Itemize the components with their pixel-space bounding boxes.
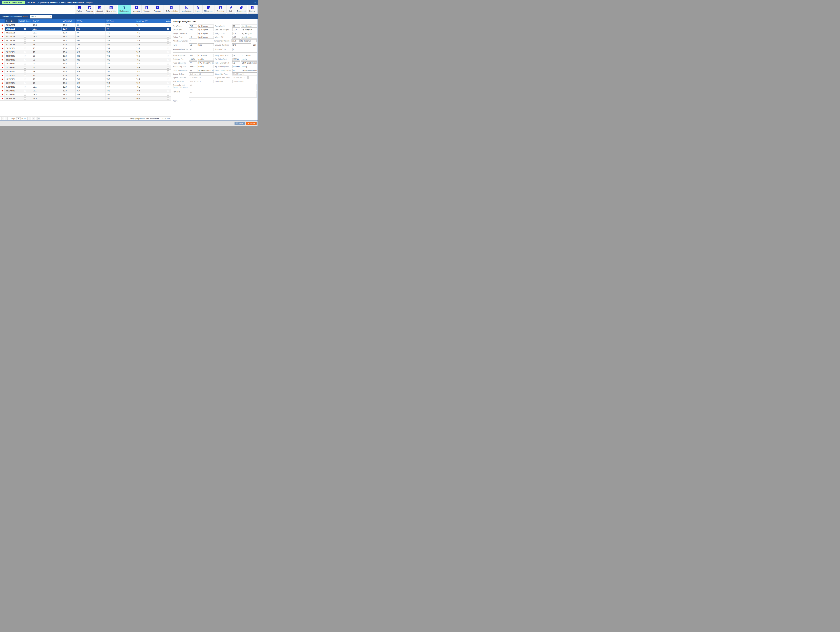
delete-row-button[interactable]: ✖ xyxy=(0,73,5,77)
active-checkbox[interactable]: ✓ xyxy=(167,67,169,68)
wchr-wt-cell[interactable]: 13.8 xyxy=(62,89,76,93)
active-cell[interactable]: ✓ xyxy=(165,66,171,70)
record-date-cell[interactable]: 06/12/2021 xyxy=(5,35,18,38)
active-cell[interactable]: ✓ xyxy=(165,89,171,93)
wt-post-cell[interactable]: 79.1 xyxy=(106,81,136,85)
tab-immu[interactable]: Immu xyxy=(193,5,202,14)
table-row[interactable]: ✖ 12/11/2021 ✓ 79 13.8 81 78.4 78.6 ✓ xyxy=(0,73,171,77)
table-row[interactable]: ✖ 19/11/2021 ✓ 79 13.8 81.2 78.6 78.8 ✓ xyxy=(0,62,171,66)
active-cell[interactable]: ✓ xyxy=(165,70,171,73)
record-date-cell[interactable]: 22/11/2021 xyxy=(5,58,18,62)
active-cell[interactable]: ✓ xyxy=(165,81,171,85)
wchr-bound-cell[interactable]: ✓ xyxy=(18,31,32,35)
weight-gain-input[interactable] xyxy=(189,36,197,39)
active-cell[interactable]: ✓ xyxy=(165,54,171,58)
last-post-wt-cell[interactable]: 79.2 xyxy=(136,54,165,58)
active-cell[interactable]: ✓ xyxy=(165,97,171,100)
tab-lab[interactable]: Lab xyxy=(226,5,235,14)
first-page-button[interactable]: « xyxy=(2,117,4,120)
status-dropdown[interactable]: Active ∨ xyxy=(30,15,52,19)
dry-wt-cell[interactable]: 78.5 xyxy=(32,93,62,97)
wt-post-cell[interactable]: 78.5 xyxy=(106,39,136,42)
active-cell[interactable]: ✓ xyxy=(165,77,171,81)
tab-virology[interactable]: Virology xyxy=(142,5,152,14)
bp-sitting-pre-input[interactable] xyxy=(189,58,197,61)
table-row[interactable]: ✖ 08/12/2021 ✓ 78.5 13.8 80 77.9 78.8 ✓ xyxy=(0,31,171,35)
post-weight-input[interactable] xyxy=(232,25,240,28)
wt-post-cell[interactable]: 78.4 xyxy=(106,73,136,77)
active-cell[interactable]: ✓ xyxy=(165,39,171,42)
wchr-wt-cell[interactable]: 13.8 xyxy=(62,77,76,81)
record-date-cell[interactable]: 10/12/2021 xyxy=(5,27,18,31)
weight-loss-input[interactable] xyxy=(232,32,240,35)
delete-row-button[interactable]: ✖ xyxy=(0,58,5,62)
dry-wt-cell[interactable]: 78.5 xyxy=(32,23,62,27)
wt-pre-cell[interactable]: 80.7 xyxy=(76,35,106,38)
column-header-active[interactable]: Active xyxy=(165,19,171,23)
column-header-wchr-wt[interactable]: WCHR WT xyxy=(62,19,76,23)
table-row[interactable]: ✖ 17/11/2021 ✓ 79 13.8 81.5 78.8 79.8 ✓ xyxy=(0,66,171,70)
table-row[interactable]: ✖ 03/12/2021 ✓ 79 13.8 80.4 78.5 78.7 ✓ xyxy=(0,39,171,43)
wchr-bound-checkbox[interactable]: ✓ xyxy=(24,98,26,100)
active-checkbox[interactable]: ✓ xyxy=(167,28,169,30)
active-cell[interactable]: ✓ xyxy=(165,46,171,50)
record-date-cell[interactable]: 01/11/2021 xyxy=(5,93,18,97)
wchr-bound-cell[interactable]: ✓ xyxy=(18,81,32,85)
wchr-bound-cell[interactable]: ✓ xyxy=(18,62,32,65)
table-row[interactable]: ✖ 29/12/2021 ✓ 78.5 13.8 80 77.8 78 ✓ xyxy=(0,23,171,27)
delete-row-button[interactable]: ✖ xyxy=(0,43,5,46)
pulse-standing-pre-input[interactable] xyxy=(189,69,197,72)
remarks-textarea[interactable]: Nil xyxy=(189,91,257,98)
window-close-icon[interactable]: ⊗ xyxy=(254,1,256,4)
wchr-wt-cell[interactable]: 13.8 xyxy=(62,58,76,62)
active-checkbox[interactable]: ✓ xyxy=(167,90,169,92)
last-post-wt-cell[interactable]: 79.4 xyxy=(136,81,165,85)
wchr-wt-cell[interactable]: 13.8 xyxy=(62,73,76,77)
last-post-wt-cell[interactable]: 78.8 xyxy=(136,31,165,35)
wchr-wt-cell[interactable]: 13.8 xyxy=(62,85,76,89)
wchr-bound-cell[interactable]: ✓ xyxy=(18,23,32,27)
dry-wt-cell[interactable]: 79 xyxy=(32,58,62,62)
last-post-wt-cell[interactable]: 79.1 xyxy=(136,77,165,81)
column-header-dry-wt[interactable]: Dry WT xyxy=(32,19,62,23)
active-checkbox[interactable]: ✓ xyxy=(167,51,169,53)
dry-wt-cell[interactable]: 79 xyxy=(32,81,62,85)
table-row[interactable]: ✖ 01/12/2021 ✓ 79 13.8 79.9 78.7 79.2 ✓ xyxy=(0,43,171,46)
wt-pre-cell[interactable]: 81 xyxy=(76,73,106,77)
shift-incharge-input[interactable] xyxy=(189,80,214,83)
wchr-bound-checkbox[interactable]: ✓ xyxy=(24,32,26,34)
pulse-standing-post-input[interactable] xyxy=(232,69,240,72)
wchr-bound-checkbox[interactable]: ✓ xyxy=(24,67,26,68)
table-row[interactable]: ✖ 24/11/2021 ✓ 79 13.8 82.8 79.2 79.2 ✓ xyxy=(0,54,171,58)
today-wb-input[interactable] xyxy=(232,48,257,51)
wchr-bound-checkbox[interactable]: ✓ xyxy=(24,74,26,76)
pulse-sitting-pre-input[interactable] xyxy=(189,61,197,64)
prev-page-button[interactable]: ‹ xyxy=(5,117,8,120)
wchr-wt-cell[interactable]: 13.8 xyxy=(62,23,76,27)
active-cell[interactable]: ✓ xyxy=(165,27,171,31)
dry-wt-cell[interactable]: 78.5 xyxy=(32,31,62,35)
body-temp-post-input[interactable] xyxy=(232,54,240,57)
wchr-wt-cell[interactable]: 13.8 xyxy=(62,81,76,85)
active-cell[interactable]: ✓ xyxy=(165,35,171,38)
tab-serology[interactable]: Serology xyxy=(152,5,163,14)
wt-pre-cell[interactable]: 80 xyxy=(76,31,106,35)
pre-weight-input[interactable] xyxy=(189,25,197,28)
active-checkbox[interactable]: ✓ xyxy=(167,74,169,76)
wchr-bound-checkbox[interactable]: ✓ xyxy=(24,90,26,92)
delete-row-button[interactable]: ✖ xyxy=(0,85,5,89)
wt-pre-cell[interactable]: 81.8 xyxy=(76,85,106,89)
dry-wt-cell[interactable]: 79 xyxy=(32,43,62,46)
last-post-wt-cell[interactable]: 78.5 xyxy=(136,35,165,38)
tab-schedule[interactable]: Schedule xyxy=(215,5,226,14)
active-checkbox[interactable]: ✓ xyxy=(167,47,169,49)
table-row[interactable]: ✖ 01/11/2021 ✓ 78.5 13.8 82.8 79.1 79.7 … xyxy=(0,93,171,97)
dry-weight-input[interactable] xyxy=(189,28,197,31)
wt-post-cell[interactable]: 78 xyxy=(106,27,136,31)
wchr-bound-cell[interactable]: ✓ xyxy=(18,43,32,46)
wchr-wt-cell[interactable]: 13.8 xyxy=(62,46,76,50)
wchr-wt-cell[interactable]: 13.8 xyxy=(62,70,76,73)
wchr-bound-cell[interactable]: ✓ xyxy=(18,50,32,54)
wt-post-cell[interactable]: 79.2 xyxy=(106,50,136,54)
table-row[interactable]: ✖ 10/11/2021 ✓ 79 13.8 79.8 78.6 79.1 ✓ xyxy=(0,77,171,81)
